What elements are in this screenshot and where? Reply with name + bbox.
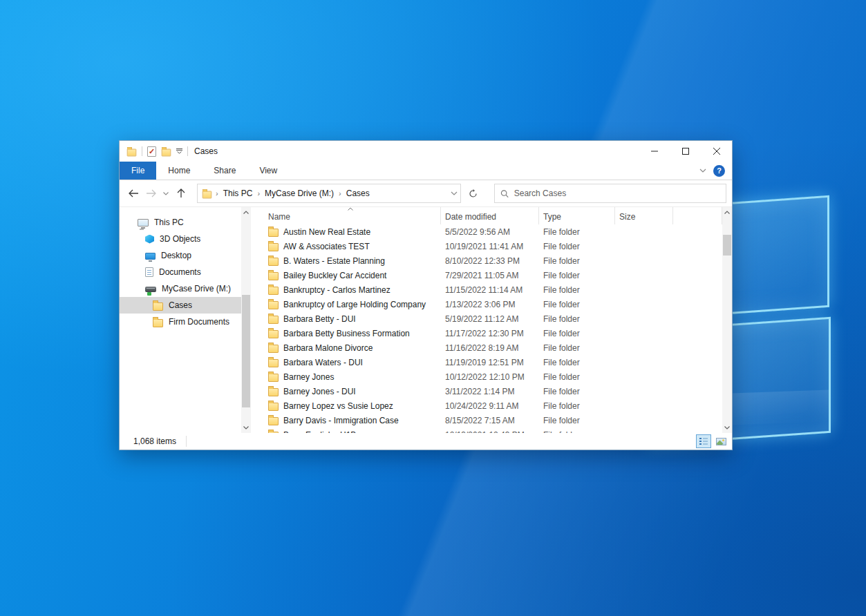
file-name: Barbara Waters - DUI <box>283 358 363 367</box>
folder-icon <box>268 272 279 280</box>
folder-icon <box>153 319 163 327</box>
scroll-up-icon[interactable] <box>722 207 732 218</box>
documents-icon <box>145 267 153 277</box>
qat-customize-button[interactable] <box>176 148 182 154</box>
file-row[interactable]: Barry Davis - Immigration Case8/15/2022 … <box>260 413 722 427</box>
sidebar-item-label: 3D Objects <box>160 234 200 244</box>
file-row[interactable]: Barney Jones10/12/2022 12:10 PMFile fold… <box>260 369 722 384</box>
file-row[interactable]: B. Waters - Estate Planning8/10/2022 12:… <box>260 253 722 268</box>
refresh-button[interactable] <box>465 185 482 202</box>
forward-button[interactable] <box>143 185 160 202</box>
breadcrumb-segment[interactable]: MyCase Drive (M:) <box>262 187 337 200</box>
maximize-button[interactable] <box>670 141 701 162</box>
up-button[interactable] <box>173 185 189 202</box>
file-row[interactable]: Barney Lopez vs Susie Lopez10/24/2022 9:… <box>260 398 722 413</box>
sidebar-item-label: Cases <box>169 300 192 310</box>
type-cell: File folder <box>539 314 615 324</box>
scroll-down-icon[interactable] <box>722 423 732 433</box>
column-header-size[interactable]: Size <box>615 207 673 224</box>
sidebar-item-firm-documents[interactable]: Firm Documents <box>120 314 241 330</box>
file-name: Barbara Betty Business Formation <box>283 329 410 338</box>
sidebar-item-label: MyCase Drive (M:) <box>162 284 231 293</box>
column-header-type[interactable]: Type <box>539 207 615 224</box>
breadcrumb-separator-icon: › <box>338 189 342 198</box>
breadcrumb-segment[interactable]: This PC <box>220 187 256 200</box>
sidebar-item-3d-objects[interactable]: 3D Objects <box>120 231 241 247</box>
scroll-up-icon[interactable] <box>241 207 251 218</box>
file-name-cell: Barney Lopez vs Susie Lopez <box>260 401 441 411</box>
close-button[interactable] <box>701 141 732 162</box>
column-header-date-modified[interactable]: Date modified <box>441 207 539 224</box>
sidebar-item-mycase-drive-m[interactable]: MyCase Drive (M:) <box>120 280 241 297</box>
type-cell: File folder <box>539 271 615 280</box>
help-button[interactable]: ? <box>713 165 725 177</box>
sidebar-item-desktop[interactable]: Desktop <box>120 247 241 264</box>
file-name-cell: Barry Davis - Immigration Case <box>260 415 441 425</box>
file-row[interactable]: Barbara Betty - DUI5/19/2022 11:12 AMFil… <box>260 311 722 326</box>
breadcrumb-segment[interactable]: Cases <box>343 187 373 200</box>
address-dropdown-icon[interactable] <box>451 191 458 195</box>
folder-icon <box>268 330 279 338</box>
recent-locations-button[interactable] <box>160 185 171 202</box>
details-view-button[interactable] <box>696 434 711 448</box>
date-modified-cell: 12/13/2021 12:43 PM <box>441 430 539 434</box>
type-cell: File folder <box>539 358 615 367</box>
customize-quick-access-icon <box>176 148 182 154</box>
qat-properties-button[interactable] <box>147 146 156 157</box>
back-button[interactable] <box>125 185 142 202</box>
date-modified-cell: 5/19/2022 11:12 AM <box>441 314 539 324</box>
file-name: Barbara Betty - DUI <box>283 314 356 324</box>
file-name: Barbara Malone Divorce <box>283 343 373 353</box>
file-row[interactable]: Barbara Malone Divorce11/16/2022 8:19 AM… <box>260 340 722 355</box>
file-row[interactable]: Barry English - H1B12/13/2021 12:43 PMFi… <box>260 427 722 433</box>
file-name: B. Waters - Estate Planning <box>283 256 385 266</box>
column-header-filler <box>673 207 722 224</box>
file-row[interactable]: Barbara Waters - DUI11/19/2019 12:51 PMF… <box>260 355 722 369</box>
column-header-label: Size <box>619 212 635 222</box>
file-name: Barney Lopez vs Susie Lopez <box>283 401 393 411</box>
sidebar-item-this-pc[interactable]: This PC <box>120 214 241 231</box>
folder-icon <box>268 243 279 251</box>
large-icons-view-button[interactable] <box>713 434 728 448</box>
search-input[interactable] <box>514 189 720 198</box>
scroll-down-icon[interactable] <box>241 423 251 433</box>
list-scroll-thumb[interactable] <box>723 235 731 256</box>
search-box <box>494 184 726 203</box>
file-row[interactable]: Bankruptcy - Carlos Martinez11/15/2022 1… <box>260 282 722 297</box>
file-row[interactable]: Bailey Buckley Car Accident7/29/2021 11:… <box>260 268 722 282</box>
file-row[interactable]: Austin New Real Estate5/5/2022 9:56 AMFi… <box>260 224 722 239</box>
file-row[interactable]: Barney Jones - DUI3/11/2022 1:14 PMFile … <box>260 384 722 398</box>
folder-icon <box>153 302 163 311</box>
date-modified-cell: 8/15/2022 7:15 AM <box>441 416 539 425</box>
tab-share[interactable]: Share <box>202 162 247 180</box>
tab-home[interactable]: Home <box>156 162 202 180</box>
properties-icon <box>147 146 156 157</box>
file-name-cell: AW & Associates TEST <box>260 241 441 251</box>
view-toggles <box>696 434 732 448</box>
sidebar-item-documents[interactable]: Documents <box>120 264 241 280</box>
list-scrollbar[interactable] <box>722 207 732 433</box>
qat-new-folder-button[interactable] <box>161 146 171 157</box>
file-name-cell: Barbara Betty Business Formation <box>260 328 441 338</box>
address-bar[interactable]: ›This PC›MyCase Drive (M:)›Cases <box>197 184 461 203</box>
file-row[interactable]: Bankruptcy of Large Holding Company1/13/… <box>260 297 722 311</box>
file-row[interactable]: AW & Associates TEST10/19/2021 11:41 AMF… <box>260 239 722 253</box>
folder-icon <box>268 316 279 324</box>
tab-view[interactable]: View <box>247 162 289 180</box>
file-name-cell: Austin New Real Estate <box>260 227 441 237</box>
column-header-name[interactable]: Name <box>260 207 441 224</box>
file-name-cell: Bankruptcy of Large Holding Company <box>260 299 441 309</box>
file-name-cell: B. Waters - Estate Planning <box>260 256 441 266</box>
file-row[interactable]: Barbara Betty Business Formation11/17/20… <box>260 326 722 340</box>
minimize-button[interactable] <box>639 141 670 162</box>
file-name: Barry Davis - Immigration Case <box>283 416 399 425</box>
sidebar-scrollbar[interactable] <box>241 207 251 433</box>
type-cell: File folder <box>539 285 615 295</box>
drive-icon <box>145 287 156 292</box>
sidebar-scroll-thumb[interactable] <box>242 295 250 407</box>
tab-file[interactable]: File <box>120 162 156 180</box>
column-header-label: Type <box>543 212 561 222</box>
folder-icon <box>268 287 279 295</box>
sidebar-item-cases[interactable]: Cases <box>120 297 241 314</box>
expand-ribbon-button[interactable] <box>699 169 706 173</box>
